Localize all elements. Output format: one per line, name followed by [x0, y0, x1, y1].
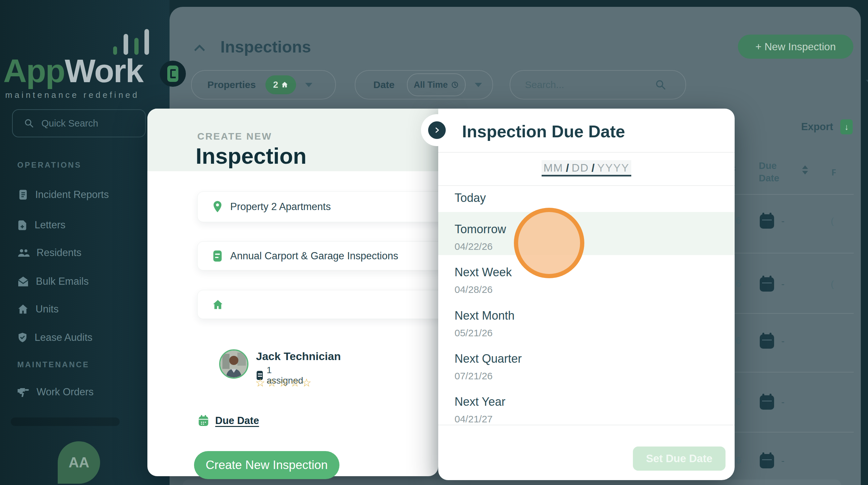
logo-watch-icon — [160, 61, 186, 87]
sidebar-item-bulk-emails[interactable]: Bulk Emails — [17, 276, 89, 287]
technician-avatar — [219, 349, 248, 379]
sidebar-section-maintenance: MAINTENANCE — [17, 360, 89, 369]
table-footer-hint — [183, 480, 841, 485]
due-date-column-header[interactable]: Due Date — [759, 159, 798, 184]
table-divider — [735, 253, 854, 253]
year-segment[interactable]: YYYY — [595, 160, 631, 177]
search-input[interactable]: Search... — [510, 70, 686, 99]
due-date-link[interactable]: Due Date — [197, 415, 259, 427]
technician-name: Jack Technician — [256, 350, 341, 363]
modal-title: Inspection — [196, 143, 307, 169]
export-file-icon — [840, 119, 853, 134]
user-avatar[interactable]: AA — [58, 441, 100, 484]
home-icon — [17, 303, 29, 315]
option-today[interactable]: Today — [455, 191, 486, 205]
option-next-month[interactable]: Next Month 05/21/26 — [455, 308, 515, 339]
shield-icon — [17, 331, 28, 344]
sidebar-section-operations: OPERATIONS — [17, 160, 82, 170]
sidebar-item-work-orders[interactable]: Work Orders — [17, 386, 94, 398]
export-button[interactable]: Export — [801, 119, 853, 134]
search-icon — [655, 79, 666, 91]
month-segment[interactable]: MM — [541, 160, 565, 177]
inspection-due-date-panel: Inspection Due Date MM / DD / YYYY Today… — [438, 109, 735, 480]
modal-kicker: CREATE NEW — [197, 131, 272, 142]
day-segment[interactable]: DD — [570, 160, 591, 177]
residents-icon — [17, 247, 30, 259]
sidebar-item-letters[interactable]: Letters — [17, 219, 66, 231]
technician-rating-stars: ☆☆☆☆☆ — [255, 376, 313, 389]
property-field-value: Property 2 Apartments — [230, 201, 331, 213]
sidebar-item-lease-audits[interactable]: Lease Audits — [17, 331, 93, 344]
clipped-column-header: F — [832, 167, 836, 178]
sort-arrows-icon[interactable] — [802, 165, 809, 177]
property-field[interactable]: Property 2 Apartments — [197, 191, 446, 222]
sidebar: AppWork maintenance redefined Quick Sear… — [0, 0, 169, 485]
create-new-inspection-button[interactable]: Create New Inspection — [194, 451, 339, 479]
quick-search-placeholder: Quick Search — [41, 118, 98, 129]
date-range-value[interactable]: All Time — [407, 73, 466, 96]
option-tomorrow[interactable]: Tomorrow 04/22/26 — [455, 222, 506, 253]
option-next-quarter[interactable]: Next Quarter 07/21/26 — [455, 352, 522, 382]
table-divider — [735, 372, 854, 372]
divider — [438, 152, 735, 153]
quick-search-input[interactable]: Quick Search — [12, 109, 146, 137]
calendar-icon — [760, 214, 774, 229]
sidebar-item-residents[interactable]: Residents — [17, 247, 82, 259]
filters-button[interactable]: Filters — [865, 77, 868, 89]
table-divider — [735, 313, 854, 314]
properties-count-badge: 2 — [266, 75, 296, 94]
calendar-icon — [760, 334, 774, 348]
template-field-value: Annual Carport & Garage Inspections — [230, 250, 398, 262]
date-filter[interactable]: Date All Time — [355, 70, 493, 99]
option-next-year[interactable]: Next Year 04/21/27 — [455, 395, 505, 425]
chevron-down-icon — [475, 83, 482, 87]
chevron-right-icon — [433, 126, 440, 134]
sidebar-active-item-highlight — [11, 418, 120, 426]
checklist-icon — [212, 249, 223, 263]
calendar-icon — [760, 395, 774, 410]
collapse-chevron-up-icon[interactable] — [195, 43, 205, 53]
drill-icon — [17, 386, 30, 398]
incident-reports-icon — [17, 188, 29, 201]
new-inspection-button[interactable]: + New Inspection — [738, 35, 853, 59]
page-title: Inspections — [220, 37, 311, 56]
option-next-week[interactable]: Next Week 04/28/26 — [455, 265, 512, 296]
panel-title: Inspection Due Date — [462, 122, 625, 141]
calendar-icon — [760, 277, 774, 292]
date-input[interactable]: MM / DD / YYYY — [438, 160, 735, 177]
divider — [438, 185, 735, 186]
divider — [438, 425, 735, 425]
calendar-icon — [760, 454, 774, 468]
search-icon — [24, 118, 34, 128]
set-due-date-button[interactable]: Set Due Date — [633, 447, 725, 471]
search-placeholder: Search... — [525, 79, 564, 90]
chevron-down-icon — [305, 83, 312, 87]
sidebar-item-units[interactable]: Units — [17, 303, 59, 315]
table-divider — [735, 194, 854, 195]
funnel-icon — [865, 78, 868, 89]
logo-tagline: maintenance redefined — [5, 90, 140, 100]
calendar-icon — [197, 415, 209, 427]
table-divider — [735, 432, 854, 432]
home-icon — [212, 299, 224, 310]
letters-icon — [17, 219, 28, 231]
location-pin-icon — [212, 200, 223, 213]
sidebar-item-incident-reports[interactable]: Incident Reports — [17, 188, 109, 201]
clock-icon — [451, 81, 459, 89]
collapse-panel-button[interactable] — [428, 121, 446, 139]
click-indicator — [514, 208, 584, 278]
properties-filter[interactable]: Properties 2 — [191, 70, 336, 99]
house-icon — [281, 81, 288, 89]
template-field[interactable]: Annual Carport & Garage Inspections — [197, 241, 446, 270]
app-logo: AppWork — [3, 52, 143, 90]
unit-field[interactable] — [197, 290, 446, 319]
mail-icon — [17, 276, 29, 287]
create-inspection-modal: CREATE NEW Inspection Property 2 Apartme… — [147, 109, 438, 476]
